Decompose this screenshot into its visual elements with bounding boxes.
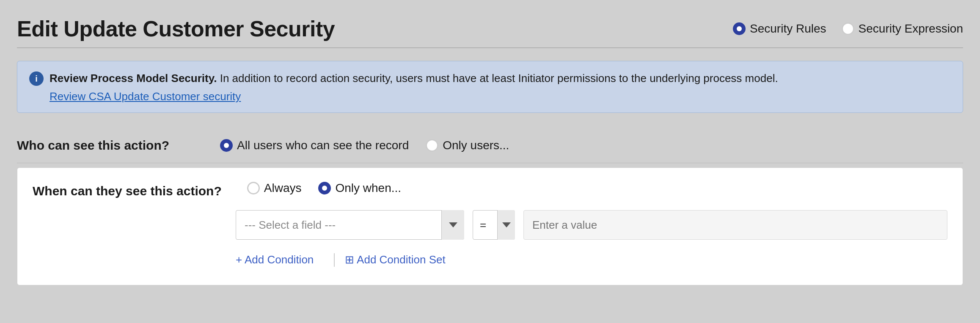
info-banner-top: i Review Process Model Security. In addi… <box>29 71 951 86</box>
info-banner-bold: Review Process Model Security. <box>50 72 217 85</box>
condition-row: --- Select a field --- = <box>236 210 947 240</box>
only-when-label: Only when... <box>335 181 401 195</box>
security-rules-radio[interactable] <box>733 22 746 35</box>
button-separator <box>334 253 335 267</box>
security-expression-option[interactable]: Security Expression <box>842 22 963 36</box>
view-mode-radio-group: Security Rules Security Expression <box>733 22 963 36</box>
security-expression-radio[interactable] <box>842 22 854 35</box>
when-section: When can they see this action? Always On… <box>17 167 963 285</box>
info-banner-body: In addition to record action security, u… <box>217 72 778 85</box>
security-rules-label: Security Rules <box>750 22 826 36</box>
security-expression-label: Security Expression <box>859 22 963 36</box>
page-title: Edit Update Customer Security <box>17 16 335 41</box>
only-when-option[interactable]: Only when... <box>318 181 401 195</box>
all-users-radio[interactable] <box>220 139 233 152</box>
add-condition-button[interactable]: + Add Condition <box>236 250 324 270</box>
field-select-wrapper: --- Select a field --- <box>236 210 464 240</box>
page-header: Edit Update Customer Security Security R… <box>17 8 963 48</box>
info-banner: i Review Process Model Security. In addi… <box>17 61 963 113</box>
security-rules-option[interactable]: Security Rules <box>733 22 826 36</box>
only-users-label: Only users... <box>443 139 509 152</box>
when-section-header: When can they see this action? Always On… <box>33 181 947 198</box>
only-users-radio[interactable] <box>426 139 438 152</box>
add-buttons: + Add Condition ⊞ Add Condition Set <box>236 250 947 270</box>
who-section-label: Who can see this action? <box>17 138 195 153</box>
info-banner-text: Review Process Model Security. In additi… <box>50 71 778 86</box>
only-when-radio[interactable] <box>318 182 331 194</box>
add-condition-set-button[interactable]: ⊞ Add Condition Set <box>345 250 455 270</box>
page-wrapper: Edit Update Customer Security Security R… <box>0 0 980 323</box>
field-select[interactable]: --- Select a field --- <box>236 210 464 240</box>
all-users-option[interactable]: All users who can see the record <box>220 139 409 152</box>
when-radios: Always Only when... <box>247 181 401 195</box>
value-input[interactable] <box>523 210 947 240</box>
review-csa-link[interactable]: Review CSA Update Customer security <box>50 90 951 103</box>
always-option[interactable]: Always <box>247 181 302 195</box>
who-section: Who can see this action? All users who c… <box>17 128 963 163</box>
only-users-option[interactable]: Only users... <box>426 139 509 152</box>
always-radio[interactable] <box>247 182 260 194</box>
info-icon: i <box>29 71 44 86</box>
operator-wrapper: = <box>473 210 515 240</box>
always-label: Always <box>264 181 302 195</box>
when-section-label: When can they see this action? <box>33 181 222 198</box>
who-section-controls: All users who can see the record Only us… <box>220 139 509 152</box>
all-users-label: All users who can see the record <box>237 139 409 152</box>
operator-select[interactable]: = <box>473 210 515 240</box>
